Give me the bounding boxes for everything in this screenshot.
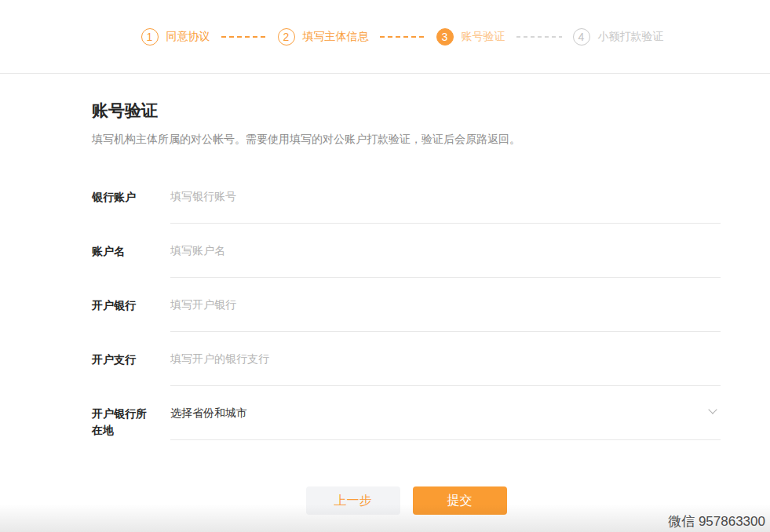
form-row-bank-name: 开户银行 (92, 278, 721, 332)
step-connector (380, 36, 425, 38)
form-row-bank-branch: 开户支行 (92, 332, 721, 386)
step-payment-verify: 4 小额打款验证 (573, 28, 664, 46)
form-row-bank-account: 银行账户 (92, 169, 721, 224)
step-3-circle: 3 (436, 28, 454, 46)
main-content: 账号验证 填写机构主体所属的对公帐号。需要使用填写的对公账户打款验证，验证后会原… (92, 102, 721, 515)
step-2-circle: 2 (278, 28, 295, 46)
progress-stepper: 1 同意协议 2 填写主体信息 3 账号验证 4 小额打款验证 (141, 28, 664, 46)
bank-account-label: 银行账户 (92, 169, 170, 224)
step-agree-agreement: 1 同意协议 (141, 28, 210, 46)
submit-button[interactable]: 提交 (413, 486, 507, 515)
step-4-label: 小额打款验证 (598, 30, 664, 44)
form-row-account-name: 账户名 (92, 224, 721, 278)
bank-branch-control (170, 332, 721, 386)
bank-name-control (170, 278, 721, 332)
page-title: 账号验证 (92, 102, 721, 119)
step-account-verify: 3 账号验证 (436, 28, 505, 46)
step-4-circle: 4 (573, 28, 590, 46)
step-1-circle: 1 (141, 28, 159, 46)
step-1-label: 同意协议 (166, 30, 210, 44)
account-name-input[interactable] (170, 242, 721, 259)
bank-account-form: 银行账户 账户名 开户银行 开户支行 开户银行所在地 (92, 169, 721, 440)
bank-branch-label: 开户支行 (92, 332, 170, 386)
step-connector (221, 36, 267, 38)
form-row-bank-region: 开户银行所在地 选择省份和城市 (92, 386, 721, 440)
watermark-text: 微信 957863300 (668, 512, 765, 530)
previous-step-button[interactable]: 上一步 (306, 486, 400, 515)
step-2-label: 填写主体信息 (303, 30, 369, 44)
stepper-header: 1 同意协议 2 填写主体信息 3 账号验证 4 小额打款验证 (0, 0, 770, 74)
bank-account-control (170, 169, 721, 224)
step-3-label: 账号验证 (462, 30, 505, 44)
account-name-label: 账户名 (92, 224, 170, 278)
bank-name-input[interactable] (170, 297, 721, 313)
account-name-control (170, 224, 721, 278)
chevron-down-icon (708, 405, 717, 414)
step-connector (516, 36, 562, 38)
region-select-value: 选择省份和城市 (170, 405, 247, 421)
bank-region-label: 开户银行所在地 (92, 386, 170, 440)
step-entity-info: 2 填写主体信息 (278, 28, 369, 46)
bank-branch-input[interactable] (170, 351, 721, 367)
bank-account-input[interactable] (170, 188, 721, 205)
form-actions: 上一步 提交 (92, 486, 721, 515)
bank-name-label: 开户银行 (92, 278, 170, 332)
region-select[interactable]: 选择省份和城市 (170, 386, 721, 440)
page-description: 填写机构主体所属的对公帐号。需要使用填写的对公账户打款验证，验证后会原路返回。 (92, 131, 721, 147)
